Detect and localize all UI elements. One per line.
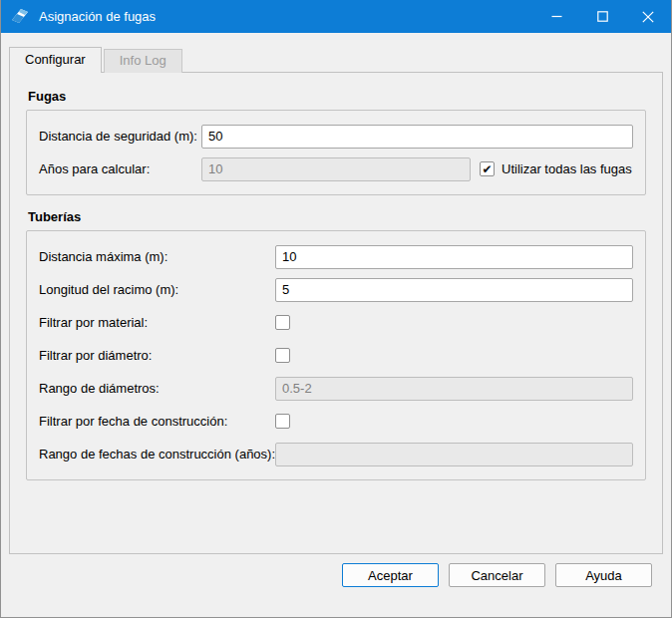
distancia-maxima-input[interactable] (275, 245, 633, 269)
group-fugas-box: Distancia de seguridad (m): Años para ca… (26, 110, 646, 195)
group-fugas-title: Fugas (28, 89, 646, 104)
group-tuberias: Tuberías Distancia máxima (m): Longitud … (26, 209, 646, 480)
window-title: Asignación de fugas (39, 9, 533, 24)
filtrar-fecha-label: Filtrar por fecha de construcción: (39, 414, 275, 429)
ayuda-button[interactable]: Ayuda (555, 563, 652, 587)
dialog-button-row: Aceptar Cancelar Ayuda (1, 563, 671, 587)
maximize-button[interactable] (579, 0, 625, 33)
anos-calcular-label: Años para calcular: (39, 161, 201, 176)
distancia-seguridad-label: Distancia de seguridad (m): (39, 129, 201, 144)
anos-calcular-input (201, 157, 471, 181)
row-anos-calcular: Años para calcular: ✔ Utilizar todas las… (39, 156, 633, 181)
longitud-racimo-label: Longitud del racimo (m): (39, 282, 275, 297)
filtrar-material-checkbox[interactable] (275, 315, 290, 330)
maximize-icon (597, 11, 608, 22)
rango-diametros-input (275, 377, 633, 401)
checkmark-icon: ✔ (482, 162, 492, 174)
row-longitud-racimo: Longitud del racimo (m): (39, 277, 633, 302)
distancia-seguridad-input[interactable] (201, 125, 633, 149)
row-distancia-seguridad: Distancia de seguridad (m): (39, 124, 633, 149)
rango-fechas-label: Rango de fechas de construcción (años): (39, 447, 275, 462)
filtrar-diametro-label: Filtrar por diámetro: (39, 348, 275, 363)
tab-content: Fugas Distancia de seguridad (m): Años p… (9, 72, 663, 554)
tab-bar: Configurar Info Log (9, 46, 663, 72)
utilizar-todas-label: Utilizar todas las fugas (502, 161, 632, 176)
close-button[interactable] (625, 0, 671, 33)
dialog-asignacion-de-fugas: Asignación de fugas Configurar I (0, 0, 672, 618)
row-filtrar-fecha: Filtrar por fecha de construcción: (39, 409, 633, 434)
tab-configurar[interactable]: Configurar (9, 47, 102, 73)
minimize-icon (551, 11, 562, 22)
filtrar-fecha-checkbox[interactable] (275, 414, 290, 429)
utilizar-todas-checkbox[interactable]: ✔ (480, 161, 495, 176)
group-tuberias-box: Distancia máxima (m): Longitud del racim… (26, 230, 646, 480)
minimize-button[interactable] (533, 0, 579, 33)
tab-info-log[interactable]: Info Log (104, 49, 182, 73)
filtrar-material-label: Filtrar por material: (39, 315, 275, 330)
window-controls (533, 0, 671, 33)
group-fugas: Fugas Distancia de seguridad (m): Años p… (26, 89, 646, 195)
row-rango-fechas: Rango de fechas de construcción (años): (39, 442, 633, 466)
row-rango-diametros: Rango de diámetros: (39, 376, 633, 401)
close-icon (642, 11, 654, 23)
filtrar-diametro-checkbox[interactable] (275, 348, 290, 363)
titlebar: Asignación de fugas (1, 0, 671, 33)
row-distancia-maxima: Distancia máxima (m): (39, 244, 633, 269)
rango-diametros-label: Rango de diámetros: (39, 381, 275, 396)
row-filtrar-material: Filtrar por material: (39, 310, 633, 335)
app-icon (9, 6, 31, 28)
aceptar-button[interactable]: Aceptar (342, 563, 439, 587)
cancelar-button[interactable]: Cancelar (449, 563, 545, 587)
group-tuberias-title: Tuberías (28, 209, 646, 224)
distancia-maxima-label: Distancia máxima (m): (39, 249, 275, 264)
row-filtrar-diametro: Filtrar por diámetro: (39, 343, 633, 368)
rango-fechas-input (275, 443, 633, 466)
longitud-racimo-input[interactable] (275, 278, 633, 302)
